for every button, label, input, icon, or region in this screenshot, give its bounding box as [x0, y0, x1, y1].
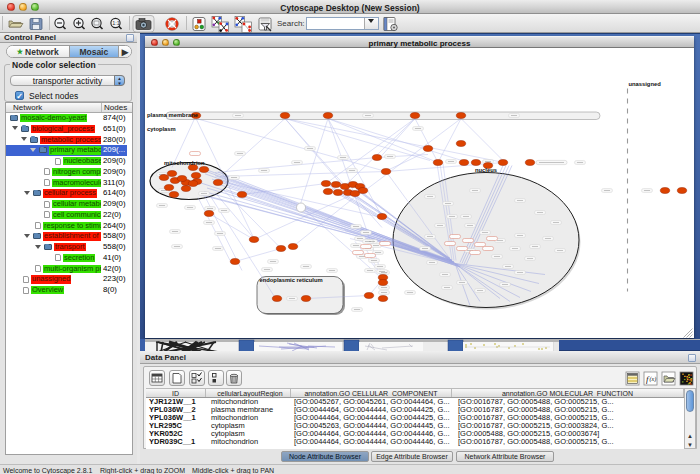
svg-text:plasma membrane: plasma membrane	[147, 112, 199, 118]
svg-text:endoplasmic reticulum: endoplasmic reticulum	[260, 277, 323, 283]
svg-text:nucleus: nucleus	[475, 167, 497, 173]
svg-text:(x): (x)	[650, 376, 657, 383]
svg-text:unassigned: unassigned	[629, 81, 662, 87]
svg-text:1:1: 1:1	[112, 20, 120, 26]
svg-text:cytoplasm: cytoplasm	[147, 126, 176, 132]
svg-text:mitochondrion: mitochondrion	[164, 160, 205, 166]
